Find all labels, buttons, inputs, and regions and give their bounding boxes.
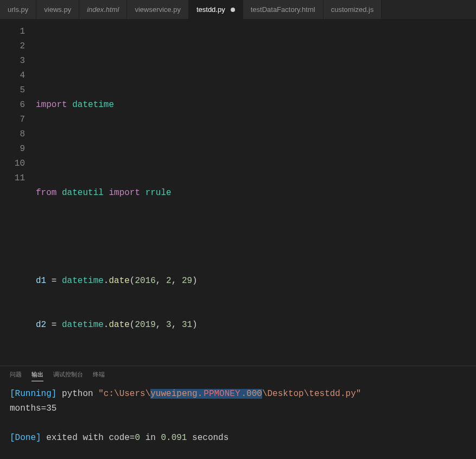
code-line (36, 362, 476, 366)
line-number: 9 (0, 142, 36, 156)
redacted-text: PPMONEY (202, 389, 241, 399)
editor-tab[interactable]: testDataFactory.html (243, 0, 323, 19)
tab-label: urls.py (8, 5, 28, 14)
module-name: dateutil (62, 188, 104, 198)
tab-label: testDataFactory.html (251, 5, 315, 14)
code-line: d2 = datetime.date(2019, 3, 31) (36, 318, 476, 332)
line-gutter: 1234567891011 (0, 19, 36, 366)
code-line: from dateutil import rrule (36, 186, 476, 200)
output-done-tag: [Done] (10, 433, 41, 443)
code-line (36, 230, 476, 244)
line-number: 6 (0, 98, 36, 112)
keyword-import: import (36, 100, 67, 110)
editor-tab[interactable]: customized.js (323, 0, 382, 19)
variable: d1 (36, 276, 46, 286)
line-number: 8 (0, 127, 36, 142)
output-panel[interactable]: [Running] python "c:\Users\yuweipeng.PPM… (0, 385, 476, 459)
tab-label: views.py (44, 5, 71, 14)
editor-tab[interactable]: viewservice.py (127, 0, 189, 19)
output-result: months=35 (10, 404, 56, 413)
panel-tab-terminal[interactable]: 终端 (93, 370, 105, 381)
editor-tab[interactable]: urls.py (0, 0, 36, 19)
tab-label: index.html (87, 5, 119, 14)
keyword-from: from (36, 188, 56, 198)
line-number: 2 (0, 39, 36, 54)
keyword-import: import (109, 188, 140, 198)
code-line: d1 = datetime.date(2016, 2, 29) (36, 274, 476, 288)
editor-tab[interactable]: testdd.py (189, 0, 243, 19)
line-number: 10 (0, 156, 36, 171)
panel-tab-bar: 问题 输出 调试控制台 终端 (0, 366, 476, 385)
tab-label: customized.js (331, 5, 374, 14)
line-number: 1 (0, 24, 36, 39)
line-number: 7 (0, 112, 36, 127)
module-name: rrule (145, 188, 172, 198)
editor-tab[interactable]: views.py (36, 0, 79, 19)
panel-tab-output[interactable]: 输出 (31, 370, 43, 381)
code-area[interactable]: import datetime from dateutil import rru… (36, 19, 476, 366)
tab-bar: urls.pyviews.pyindex.htmlviewservice.pyt… (0, 0, 476, 19)
dirty-indicator-icon (231, 8, 235, 12)
line-number: 3 (0, 54, 36, 68)
panel-tab-problems[interactable]: 问题 (10, 370, 22, 381)
tab-label: viewservice.py (135, 5, 181, 14)
line-number: 4 (0, 68, 36, 83)
line-number: 5 (0, 83, 36, 98)
module-name: datetime (72, 100, 114, 110)
bottom-panel: 问题 输出 调试控制台 终端 [Running] python "c:\User… (0, 366, 476, 459)
code-line: import datetime (36, 98, 476, 112)
editor-tab[interactable]: index.html (79, 0, 127, 19)
editor[interactable]: 1234567891011 import datetime from dateu… (0, 19, 476, 366)
line-number: 11 (0, 171, 36, 186)
variable: d2 (36, 320, 46, 330)
output-running-tag: [Running] (10, 389, 56, 399)
tab-label: testdd.py (196, 5, 225, 14)
panel-tab-debug[interactable]: 调试控制台 (53, 370, 83, 381)
code-line (36, 54, 476, 68)
code-line (36, 142, 476, 156)
